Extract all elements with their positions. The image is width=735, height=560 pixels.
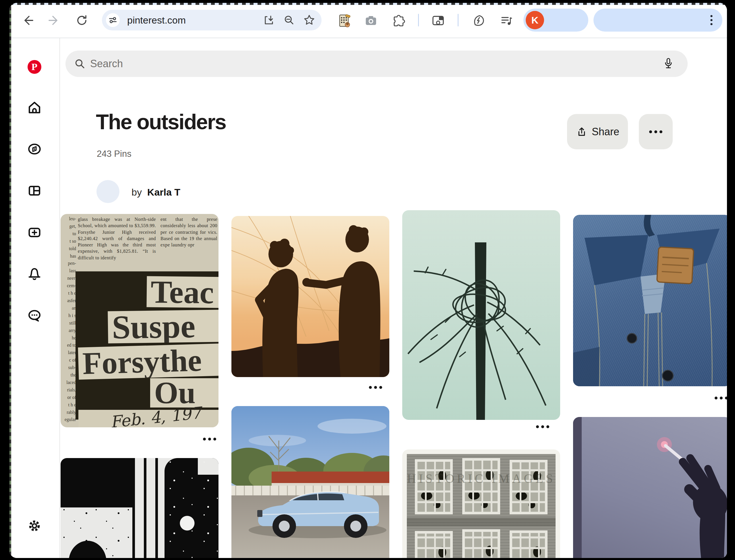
pin-options-button[interactable] <box>715 397 727 399</box>
barbed-wire-art <box>402 210 560 420</box>
pin-sunset-silhouettes[interactable] <box>232 216 389 377</box>
school-window <box>510 460 547 514</box>
forward-button[interactable] <box>45 11 63 30</box>
newspaper-column-b: ent that the prese considerably less abo… <box>161 216 217 248</box>
search-icon <box>74 58 86 69</box>
mustang-art <box>232 406 389 558</box>
byline-prefix: by <box>132 187 142 198</box>
screen-capture-icon <box>431 14 445 27</box>
board-byline[interactable]: by Karla T <box>132 187 180 198</box>
extensions-puzzle-icon <box>392 14 405 27</box>
owner-avatar[interactable] <box>97 180 119 203</box>
sidebar-item-create[interactable] <box>27 225 42 240</box>
school-ledge <box>407 518 555 526</box>
newspaper-headline-3: Forsythe <box>78 343 219 380</box>
browser-window: pinterest.com <box>9 3 727 558</box>
chat-bubble-icon <box>27 308 42 323</box>
pin-options-button[interactable] <box>203 438 216 441</box>
pin-cigarette-hand[interactable] <box>573 417 727 558</box>
create-plus-icon <box>27 225 42 240</box>
pin-barbed-wire[interactable] <box>402 210 560 420</box>
url-text[interactable]: pinterest.com <box>127 10 186 30</box>
board-more-options-button[interactable] <box>639 114 673 149</box>
sidebar-item-notifications[interactable] <box>27 267 42 281</box>
address-bar[interactable]: pinterest.com <box>102 10 322 30</box>
pin-options-button[interactable] <box>536 425 549 428</box>
site-settings-icon <box>109 16 117 24</box>
profile-chip[interactable]: K <box>523 9 588 32</box>
compass-icon <box>27 142 42 156</box>
site-settings-button[interactable] <box>106 13 120 27</box>
school-window <box>462 458 500 514</box>
profile-avatar[interactable]: K <box>526 11 544 29</box>
pin-abstract-ink-art[interactable] <box>61 458 219 558</box>
bell-icon <box>27 267 42 281</box>
bookmark-star-icon[interactable] <box>303 14 315 26</box>
screenshot-canvas: pinterest.com <box>0 0 735 560</box>
back-arrow-icon <box>22 14 34 27</box>
cigarette-hand-art <box>573 417 727 558</box>
toolbar-separator <box>418 14 419 26</box>
school-watermark: HISTORIC IMAGES <box>407 471 555 486</box>
toolbar-separator <box>458 14 458 26</box>
pinterest-search-bar[interactable] <box>65 51 688 77</box>
pin-options-button[interactable] <box>369 386 382 389</box>
kebab-menu-icon[interactable] <box>706 13 717 27</box>
sidebar-item-messages[interactable] <box>27 308 42 323</box>
browser-toolbar: pinterest.com <box>9 3 727 38</box>
energy-saver-icon <box>472 14 485 27</box>
zoom-out-icon[interactable] <box>283 14 295 26</box>
newspaper-headline-2: Suspe <box>108 310 219 343</box>
home-icon <box>27 101 42 115</box>
pinterest-logo[interactable]: P <box>27 59 42 74</box>
selection-ants-top <box>9 3 727 5</box>
boards-layout-icon <box>27 184 42 198</box>
reload-icon <box>76 14 88 27</box>
newspaper-margin-text: leu- get, to t so told has pen- lass nee… <box>61 215 76 427</box>
pin-newspaper-clipping[interactable]: leu- get, to t so told has pen- lass nee… <box>61 214 219 427</box>
silhouettes-art <box>232 216 389 377</box>
camera-extension-button[interactable] <box>362 11 380 30</box>
extensions-menu-button[interactable] <box>389 11 408 30</box>
pin-art-layer <box>61 458 132 507</box>
school-window <box>415 459 453 514</box>
school-window <box>462 529 500 558</box>
pinterest-sidebar: P <box>9 38 60 558</box>
newspaper-headline-1: Teac <box>146 276 219 308</box>
side-panel-chip[interactable] <box>593 9 722 32</box>
more-options-icon <box>649 130 662 133</box>
pin-art-layer <box>132 458 165 558</box>
board-title: The outsiders <box>96 110 226 134</box>
newspaper-headline-4: Ou <box>150 378 219 408</box>
media-queue-button[interactable] <box>497 11 516 30</box>
denim-jacket-art <box>573 215 727 386</box>
back-button[interactable] <box>19 11 37 30</box>
search-input[interactable] <box>90 57 662 70</box>
screen-capture-button[interactable] <box>429 11 447 30</box>
extension-custom-button[interactable] <box>335 11 354 30</box>
sidebar-item-boards[interactable] <box>27 183 42 198</box>
sidebar-item-explore[interactable] <box>27 142 42 157</box>
school-window <box>415 531 453 558</box>
microphone-icon[interactable] <box>662 57 674 70</box>
sidebar-item-settings[interactable] <box>27 518 42 533</box>
reload-button[interactable] <box>73 11 91 30</box>
owner-name[interactable]: Karla T <box>147 187 180 198</box>
pin-classic-mustang[interactable] <box>232 406 389 558</box>
camera-icon <box>365 14 377 27</box>
forward-arrow-icon <box>47 14 60 27</box>
newspaper-date-strip: Feb. 4, 197 <box>78 410 219 427</box>
newspaper-column-a: glass breakage was at North-side School,… <box>78 216 156 261</box>
selection-ants-left <box>9 3 11 558</box>
pinterest-p-icon: P <box>28 60 41 74</box>
gear-icon <box>27 519 42 533</box>
share-button[interactable]: Share <box>567 114 628 149</box>
save-download-icon[interactable] <box>263 14 275 26</box>
media-queue-icon <box>500 14 513 27</box>
pin-school-building[interactable]: HISTORIC IMAGES <box>402 449 560 558</box>
extension-custom-icon <box>338 13 351 28</box>
pin-count: 243 Pins <box>97 149 132 159</box>
sidebar-item-home[interactable] <box>27 100 42 115</box>
pin-denim-jacket[interactable] <box>573 215 727 386</box>
energy-saver-button[interactable] <box>469 11 488 30</box>
